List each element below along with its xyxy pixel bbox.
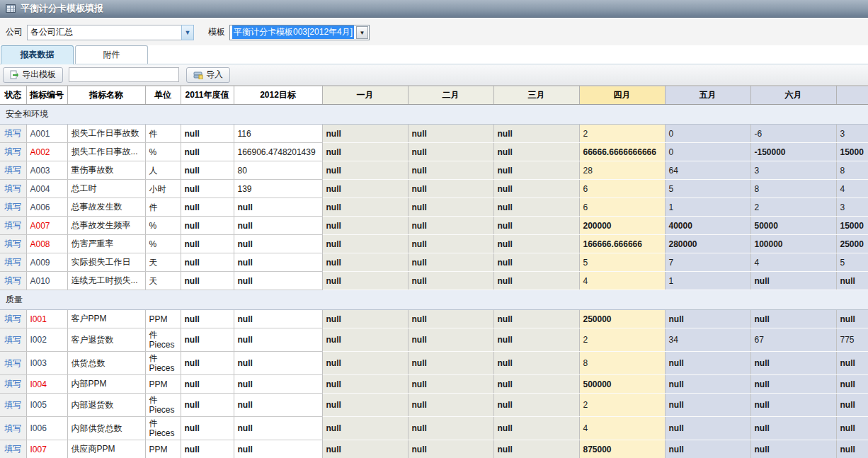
cell-2012-target: 139 (234, 180, 322, 198)
indicator-row: 填写I006内部供货总数件 Piecesnullnullnullnullnull… (0, 417, 868, 440)
cell-month-value: 8 (579, 352, 665, 375)
cell-month-value: 6 (579, 198, 665, 217)
fill-link[interactable]: 填写 (4, 239, 21, 248)
cell-2012-target: null (234, 235, 322, 253)
column-header: 2012目标 (234, 86, 322, 105)
cell-month-value: 8 (836, 161, 868, 180)
cell-status: 填写 (0, 198, 26, 217)
cell-indicator-code: I003 (26, 352, 67, 375)
cell-unit: 件 (145, 125, 181, 143)
fill-link[interactable]: 填写 (4, 314, 21, 324)
cell-month-value: null (493, 143, 579, 161)
cell-month-value: 2 (579, 394, 665, 417)
cell-month-value: null (750, 352, 836, 375)
cell-2012-target: null (234, 217, 322, 235)
indicator-row: 填写A006总事故发生数件nullnullnullnullnull6123 (0, 198, 868, 217)
company-input[interactable] (27, 25, 181, 40)
fill-link[interactable]: 填写 (4, 400, 21, 410)
company-combobox[interactable]: ▼ (27, 25, 194, 40)
cell-month-value: 6 (579, 180, 665, 198)
cell-month-value: null (493, 375, 579, 394)
cell-unit: 小时 (145, 180, 181, 198)
cell-2011-value: null (181, 161, 234, 180)
tab-report-data[interactable]: 报表数据 (1, 45, 74, 64)
cell-month-value: null (493, 217, 579, 235)
cell-month-value: null (665, 394, 750, 417)
cell-unit: 件 Pieces (145, 352, 181, 375)
cell-status: 填写 (0, 352, 26, 375)
indicator-row: 填写I004内部PPMPPMnullnullnullnullnull500000… (0, 375, 868, 394)
import-button[interactable]: 导入 (186, 67, 230, 83)
cell-indicator-code: I002 (26, 328, 67, 352)
export-template-label: 导出模板 (22, 69, 56, 81)
cell-status: 填写 (0, 440, 26, 458)
fill-link[interactable]: 填写 (4, 183, 21, 193)
fill-link[interactable]: 填写 (4, 379, 21, 389)
cell-status: 填写 (0, 394, 26, 417)
cell-status: 填写 (0, 143, 26, 161)
fill-link[interactable]: 填写 (4, 257, 21, 267)
cell-unit: 人 (145, 161, 181, 180)
tab-attachments[interactable]: 附件 (75, 45, 148, 64)
cell-month-value: 4 (750, 253, 836, 272)
cell-unit: PPM (145, 375, 181, 394)
cell-month-value: 15000 (836, 143, 868, 161)
cell-indicator-name: 内部退货数 (67, 394, 145, 417)
cell-month-value: 40000 (665, 217, 750, 235)
column-header: 2011年度值 (181, 86, 234, 105)
fill-link[interactable]: 填写 (4, 220, 21, 230)
cell-unit: 件 Pieces (145, 328, 181, 352)
dropdown-arrow-icon[interactable]: ▼ (356, 26, 368, 39)
cell-indicator-name: 客户退货数 (67, 328, 145, 352)
cell-indicator-name: 供应商PPM (67, 440, 145, 458)
cell-2012-target: null (234, 352, 322, 375)
cell-unit: PPM (145, 440, 181, 458)
cell-indicator-name: 内部PPM (67, 375, 145, 394)
cell-2012-target: null (234, 328, 322, 352)
fill-link[interactable]: 填写 (4, 202, 21, 212)
fill-link[interactable]: 填写 (4, 423, 21, 433)
cell-month-value: 5 (836, 253, 868, 272)
cell-indicator-code: I001 (26, 310, 67, 328)
cell-unit: % (145, 143, 181, 161)
cell-2011-value: null (181, 440, 234, 458)
cell-status: 填写 (0, 375, 26, 394)
fill-link[interactable]: 填写 (4, 165, 21, 175)
column-header-month: 一月 (322, 86, 408, 105)
cell-2012-target: null (234, 253, 322, 272)
template-select[interactable]: 平衡计分卡模板003[2012年4月] ▼ (229, 25, 370, 40)
cell-month-value: 250000 (579, 310, 665, 328)
cell-month-value: null (408, 352, 493, 375)
cell-indicator-code: I007 (26, 440, 67, 458)
cell-2011-value: null (181, 253, 234, 272)
fill-link[interactable]: 填写 (4, 147, 21, 156)
cell-month-value: null (665, 310, 750, 328)
import-file-input[interactable] (69, 67, 179, 82)
cell-month-value: null (408, 328, 493, 352)
fill-link[interactable]: 填写 (4, 128, 21, 138)
cell-indicator-code: I004 (26, 375, 67, 394)
cell-month-value: 0 (665, 143, 750, 161)
cell-month-value: null (493, 125, 579, 143)
column-header: 指标编号 (26, 86, 67, 105)
cell-month-value: 28 (579, 161, 665, 180)
fill-link[interactable]: 填写 (4, 275, 21, 285)
cell-month-value: 7 (665, 253, 750, 272)
fill-link[interactable]: 填写 (4, 444, 21, 454)
cell-indicator-name: 损失工作日事故数 (67, 125, 145, 143)
fill-link[interactable]: 填写 (4, 335, 21, 345)
cell-month-value: 3 (750, 161, 836, 180)
cell-status: 填写 (0, 328, 26, 352)
column-header: 指标名称 (67, 86, 145, 105)
chevron-down-icon[interactable]: ▼ (181, 25, 194, 40)
table-header: 状态指标编号指标名称单位2011年度值2012目标一月二月三月四月五月六月 (0, 86, 868, 105)
cell-month-value: 4 (579, 272, 665, 290)
cell-month-value: null (665, 352, 750, 375)
cell-month-value: null (750, 375, 836, 394)
cell-month-value: 875000 (579, 440, 665, 458)
export-template-button[interactable]: 导出模板 (3, 67, 63, 83)
cell-status: 填写 (0, 125, 26, 143)
cell-2011-value: null (181, 272, 234, 290)
indicator-row: 填写I007供应商PPMPPMnullnullnullnullnull87500… (0, 440, 868, 458)
fill-link[interactable]: 填写 (4, 358, 21, 368)
